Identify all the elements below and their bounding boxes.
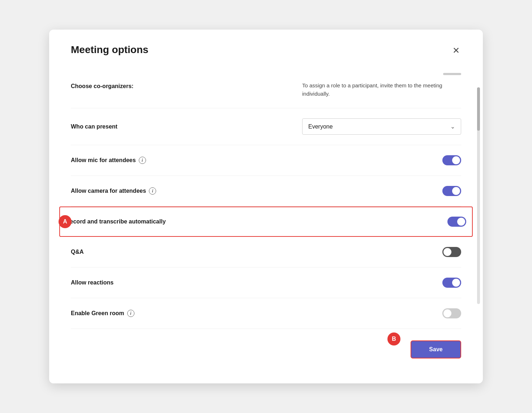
scroll-indicator xyxy=(443,73,461,75)
badge-a: A xyxy=(59,215,72,228)
enable-green-room-toggle-area xyxy=(442,308,461,318)
toggle-thumb xyxy=(452,156,460,164)
allow-reactions-label: Allow reactions xyxy=(71,279,113,286)
save-button-container: B Save xyxy=(411,340,461,358)
toggle-track xyxy=(442,308,461,318)
dialog-footer: B Save xyxy=(71,329,461,358)
toggle-track xyxy=(442,247,461,257)
allow-camera-toggle[interactable] xyxy=(442,186,461,196)
toggle-thumb xyxy=(443,309,451,317)
dialog-overlay: Meeting options ✕ Choose co-organizers: … xyxy=(0,0,532,413)
dialog-header: Meeting options ✕ xyxy=(71,44,461,57)
allow-mic-row: Allow mic for attendees i xyxy=(71,145,461,176)
toggle-thumb xyxy=(457,218,465,226)
allow-mic-info-icon: i xyxy=(139,157,146,164)
record-transcribe-toggle[interactable] xyxy=(447,217,466,227)
who-can-present-row: Who can present Everyone ⌄ xyxy=(71,108,461,145)
save-button[interactable]: Save xyxy=(411,340,461,358)
meeting-options-dialog: Meeting options ✕ Choose co-organizers: … xyxy=(49,30,483,383)
chevron-down-icon: ⌄ xyxy=(450,123,455,130)
enable-green-room-info-icon: i xyxy=(127,310,134,317)
scrollbar-thumb[interactable] xyxy=(477,87,480,131)
enable-green-room-row: Enable Green room i xyxy=(71,298,461,329)
co-organizers-label: Choose co-organizers: xyxy=(71,82,133,90)
content-area: Choose co-organizers: To assign a role t… xyxy=(71,71,461,329)
enable-green-room-toggle[interactable] xyxy=(442,308,461,318)
allow-reactions-row: Allow reactions xyxy=(71,268,461,298)
co-organizers-row: Choose co-organizers: To assign a role t… xyxy=(71,71,461,108)
close-button[interactable]: ✕ xyxy=(451,44,461,57)
who-can-present-dropdown[interactable]: Everyone ⌄ xyxy=(302,118,461,135)
toggle-track xyxy=(442,278,461,288)
toggle-thumb xyxy=(443,248,451,256)
toggle-thumb xyxy=(452,279,460,287)
qa-toggle-area xyxy=(442,247,461,257)
allow-camera-toggle-area xyxy=(442,186,461,196)
allow-mic-toggle[interactable] xyxy=(442,155,461,165)
qa-label: Q&A xyxy=(71,249,84,255)
badge-b: B xyxy=(387,332,400,345)
toggle-track xyxy=(447,217,466,227)
co-organizers-description: To assign a role to a participant, invit… xyxy=(302,82,461,98)
record-transcribe-row: Record and transcribe automatically xyxy=(59,206,473,237)
dropdown-value: Everyone xyxy=(308,123,333,130)
close-icon: ✕ xyxy=(452,45,460,56)
who-can-present-right: Everyone ⌄ xyxy=(302,118,461,135)
scrollbar[interactable] xyxy=(477,87,480,304)
qa-toggle[interactable] xyxy=(442,247,461,257)
allow-reactions-toggle[interactable] xyxy=(442,278,461,288)
toggle-track xyxy=(442,155,461,165)
allow-mic-toggle-area xyxy=(442,155,461,165)
allow-camera-label: Allow camera for attendees i xyxy=(71,187,156,195)
record-transcribe-label: Record and transcribe automatically xyxy=(66,218,166,225)
who-can-present-label: Who can present xyxy=(71,123,117,130)
record-transcribe-toggle-area xyxy=(447,217,466,227)
toggle-track xyxy=(442,186,461,196)
allow-camera-info-icon: i xyxy=(149,187,156,195)
toggle-thumb xyxy=(452,187,460,195)
allow-reactions-toggle-area xyxy=(442,278,461,288)
qa-row: Q&A xyxy=(71,237,461,268)
allow-camera-row: Allow camera for attendees i xyxy=(71,176,461,206)
allow-mic-label: Allow mic for attendees i xyxy=(71,157,146,164)
enable-green-room-label: Enable Green room i xyxy=(71,310,134,317)
page-title: Meeting options xyxy=(71,44,149,56)
